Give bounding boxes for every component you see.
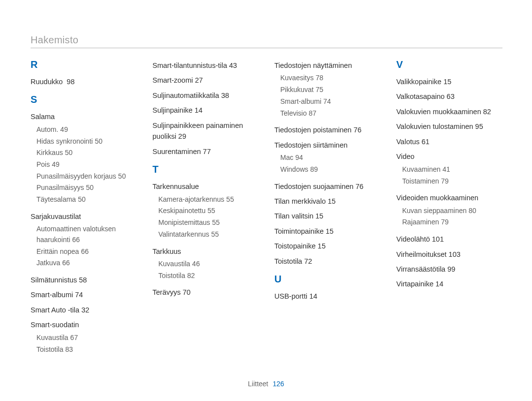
index-page-number: 94	[295, 154, 303, 161]
index-subterm: Autom.	[36, 125, 58, 133]
index-entry: Tilan merkkivalo15	[274, 196, 381, 207]
index-subterm: Valintatarkennus	[159, 230, 209, 238]
index-term: Virransäästötila	[397, 265, 446, 273]
index-page-number: 55	[226, 195, 234, 203]
index-column-1: R Ruudukko 98 S Salama Autom.49 Hidas sy…	[31, 57, 137, 361]
index-subentry: Kirkkaus50	[36, 148, 137, 158]
index-entry: Suljinautomatiikkatila38	[153, 90, 259, 101]
index-page-number: 29	[178, 132, 186, 140]
index-entry: Silmätunnistus58	[31, 275, 137, 285]
index-subterm: Toistotila	[36, 345, 63, 353]
index-entry: Valokuvien tulostaminen95	[397, 121, 503, 132]
page-title: Hakemisto	[31, 34, 502, 46]
index-page-number: 14	[435, 280, 443, 288]
index-entry: Sarjakuvaustilat	[31, 211, 137, 222]
index-page-number: 83	[65, 345, 73, 353]
index-page-number: 27	[195, 76, 203, 84]
index-term: Tilan merkkivalo	[274, 197, 326, 205]
index-columns: R Ruudukko 98 S Salama Autom.49 Hidas sy…	[31, 57, 502, 361]
index-subentry: Keskipainotettu55	[159, 206, 259, 216]
index-subentry: Autom.49	[36, 124, 137, 135]
index-entry: Tarkennusalue	[153, 181, 259, 192]
index-page-number: 38	[221, 92, 229, 99]
index-page-number: 55	[211, 230, 219, 238]
index-entry: Terävyys70	[153, 287, 259, 298]
index-page-number: 15	[443, 78, 451, 86]
index-page-number: 50	[78, 195, 86, 203]
index-subterm: Monipistemittaus	[159, 218, 210, 226]
index-entry: USB-portti14	[274, 291, 381, 302]
index-subentry: Automaattinen valotuksen haarukointi66	[36, 224, 137, 245]
index-subterm: Kuvaustila	[36, 334, 68, 341]
index-term: Valikkopainike	[397, 78, 442, 86]
index-subentry: Pikkukuvat75	[280, 85, 381, 95]
index-entry: Smart Auto -tila32	[31, 305, 137, 315]
index-page-number: 15	[318, 242, 326, 250]
index-subterm: Smart-albumi	[280, 97, 321, 105]
index-subentry: Punasilmäisyyden korjaus50	[36, 171, 137, 182]
index-entry: Ruudukko 98	[31, 76, 137, 87]
index-subentries: Kuvan sieppaaminen80 Rajaaminen79	[402, 206, 503, 228]
index-page-number: 75	[316, 86, 324, 93]
index-subterm: Täytesalama	[36, 195, 76, 203]
index-subentries: Autom.49 Hidas synkronointi50 Kirkkaus50…	[36, 124, 137, 205]
index-term: Suljinpainike	[153, 106, 193, 114]
index-page-number: 49	[60, 125, 68, 133]
index-entry: Toimintopainike15	[274, 226, 381, 237]
index-subterm: Jatkuva	[36, 259, 60, 267]
index-subentry: Smart-albumi74	[280, 96, 381, 107]
index-term: Toistotila	[274, 257, 302, 265]
letter-heading-s: S	[31, 92, 137, 107]
footer-section-label: Liitteet	[248, 380, 268, 388]
index-entry: Video	[397, 151, 503, 162]
index-column-3: Tiedostojen näyttäminen Kuvaesitys78 Pik…	[274, 57, 381, 361]
index-term: Videoiden muokkaaminen	[397, 194, 479, 202]
index-page-number: 66	[81, 247, 89, 255]
index-page-number: 95	[475, 123, 483, 130]
index-page-number: 87	[309, 109, 317, 117]
index-subentry: Televisio87	[280, 108, 381, 119]
index-term: Tiedostojen näyttäminen	[274, 62, 352, 69]
index-subterm: Toistaminen	[402, 177, 439, 185]
index-page-number: 55	[212, 218, 220, 226]
index-term: Tarkkuus	[153, 247, 181, 255]
index-page-number: 98	[66, 78, 74, 86]
index-entry: Suljinpainikkeen painaminen puoliksi29	[153, 120, 259, 142]
index-page: Hakemisto R Ruudukko 98 S Salama Autom.4…	[0, 0, 532, 401]
index-subterm: Punasilmäisyyden korjaus	[36, 172, 116, 180]
index-subentry: Jatkuva66	[36, 258, 137, 269]
index-entry: Tilan valitsin15	[274, 211, 381, 221]
index-subentry: Kamera-ajotarkennus55	[159, 194, 259, 205]
index-subentry: Rajaaminen79	[402, 217, 503, 228]
index-subentry: Windows89	[280, 164, 381, 175]
footer-page-number: 126	[272, 380, 284, 388]
index-term: USB-portti	[274, 292, 307, 300]
index-term: Silmätunnistus	[31, 276, 77, 284]
index-subentry: Monipistemittaus55	[159, 217, 259, 228]
index-entry: Valotus61	[397, 136, 503, 147]
letter-heading-r: R	[31, 57, 137, 72]
index-page-number: 58	[79, 276, 87, 284]
index-term: Virheilmoitukset	[397, 250, 447, 258]
index-term: Tiedostojen poistaminen	[274, 126, 352, 134]
index-subentry: Valintatarkennus55	[159, 229, 259, 240]
index-term: Valotus	[397, 138, 420, 146]
index-entry: Tarkkuus	[153, 246, 259, 257]
index-entry: Smart-albumi74	[31, 289, 137, 300]
index-term: Smart-suodatin	[31, 321, 79, 329]
index-page-number: 15	[315, 212, 323, 220]
index-term: Videolähtö	[397, 235, 430, 243]
index-term: Tarkennusalue	[153, 183, 199, 190]
index-page-number: 61	[422, 138, 430, 146]
index-subentry: Toistaminen79	[402, 176, 503, 187]
index-subentry: Punasilmäisyys50	[36, 183, 137, 193]
index-subentry: Toistotila82	[159, 271, 259, 281]
index-page-number: 67	[70, 334, 78, 341]
index-subterm: Erittäin nopea	[36, 247, 79, 255]
index-entry: Tiedostojen siirtäminen	[274, 140, 381, 151]
index-term: Suurentaminen	[153, 148, 201, 155]
index-entry: Smart-zoomi27	[153, 75, 259, 86]
index-term: Suljinautomatiikkatila	[153, 92, 219, 99]
index-term: Virtapainike	[397, 280, 434, 288]
index-page-number: 77	[203, 148, 211, 155]
